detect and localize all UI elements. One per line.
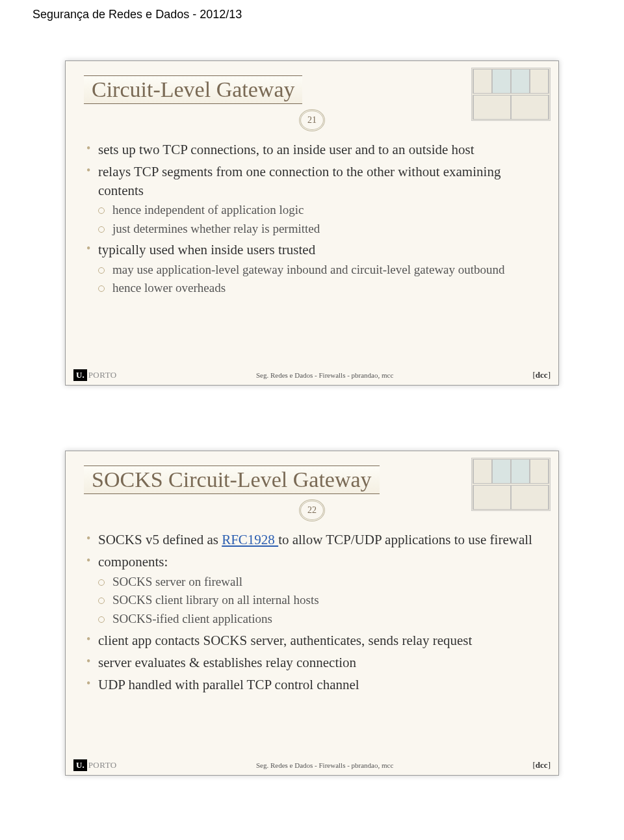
bullet: SOCKS v5 defined as RFC1928 to allow TCP… — [84, 531, 540, 549]
bullet: client app contacts SOCKS server, authen… — [84, 631, 540, 650]
sub-bullet: SOCKS client library on all internal hos… — [98, 592, 540, 609]
sub-bullet: just determines whether relay is permitt… — [98, 221, 540, 237]
slide-footer: U.PORTO Seg. Redes e Dados - Firewalls -… — [66, 368, 558, 382]
slide-footer: U.PORTO Seg. Redes e Dados - Firewalls -… — [66, 758, 558, 772]
sub-bullet: hence independent of application logic — [98, 202, 540, 218]
footer-caption: Seg. Redes e Dados - Firewalls - pbranda… — [256, 761, 393, 769]
sub-bullet: hence lower overheads — [98, 280, 540, 296]
page-header: Segurança de Redes e Dados - 2012/13 — [0, 0, 624, 47]
bullet: components: SOCKS server on firewall SOC… — [84, 553, 540, 627]
dcc-logo-icon: [dcc] — [533, 370, 551, 380]
sub-bullet: SOCKS-ified client applications — [98, 611, 540, 627]
slide-content: sets up two TCP connections, to an insid… — [84, 140, 540, 296]
bullet: relays TCP segments from one connection … — [84, 163, 540, 237]
bullet: server evaluates & establishes relay con… — [84, 653, 540, 672]
dcc-logo-icon: [dcc] — [533, 760, 551, 770]
sub-bullet: SOCKS server on firewall — [98, 574, 540, 590]
sub-bullet: may use application-level gateway inboun… — [98, 262, 540, 278]
rfc1928-link[interactable]: RFC1928 — [222, 532, 278, 547]
porto-logo-icon: U.PORTO — [73, 759, 117, 771]
bullet: sets up two TCP connections, to an insid… — [84, 140, 540, 159]
slide-title: Circuit-Level Gateway — [84, 75, 302, 104]
slide-21: Circuit-Level Gateway 21 sets up two TCP… — [65, 60, 559, 386]
footer-caption: Seg. Redes e Dados - Firewalls - pbranda… — [256, 371, 393, 379]
slide-22: SOCKS Circuit-Level Gateway 22 SOCKS v5 … — [65, 451, 559, 776]
porto-logo-icon: U.PORTO — [73, 369, 117, 381]
bullet: typically used when inside users trusted… — [84, 241, 540, 296]
slide-number-badge: 22 — [299, 499, 325, 521]
slide-number-badge: 21 — [299, 109, 325, 131]
slide-content: SOCKS v5 defined as RFC1928 to allow TCP… — [84, 531, 540, 694]
slide-title: SOCKS Circuit-Level Gateway — [84, 466, 380, 494]
bullet: UDP handled with parallel TCP control ch… — [84, 676, 540, 694]
